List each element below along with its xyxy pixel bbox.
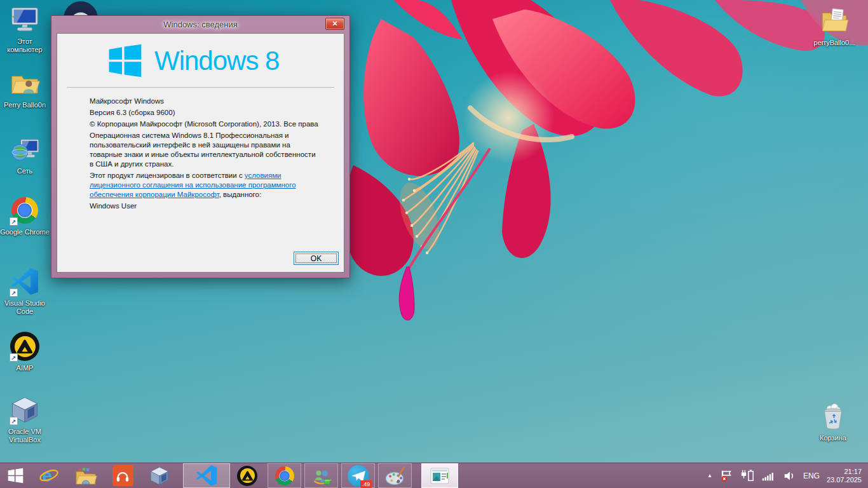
taskbar-paint-button[interactable] [378, 463, 412, 488]
recycle-bin-icon [817, 400, 849, 432]
licensee-name: Windows User [90, 201, 321, 211]
taskbar-clock[interactable]: 21:17 23.07.2025 [827, 468, 862, 484]
taskbar-telegram-button[interactable]: .49 [341, 463, 375, 488]
desktop-icon-label: Этот компьютер [0, 37, 50, 54]
clock-time: 21:17 [827, 468, 862, 476]
start-windows-icon [7, 467, 24, 484]
language-indicator[interactable]: ENG [803, 471, 820, 480]
license-prefix-text: Этот продукт лицензирован в соответствии… [90, 172, 245, 179]
shortcut-arrow-icon: ↗ [10, 288, 18, 297]
headphones-icon [112, 465, 133, 486]
aimp-icon: ↗ [9, 330, 41, 362]
shortcut-arrow-icon: ↗ [10, 417, 18, 425]
about-windows-dialog: Windows: сведения ✕ Windows 8 Майкрософт… [51, 15, 350, 278]
license-suffix-text: , выданного: [219, 191, 262, 198]
taskbar-chrome-button[interactable] [268, 463, 301, 488]
desktop-icon-virtualbox[interactable]: ↗ Oracle VM VirtualBox [0, 394, 50, 444]
taskbar-winver-button[interactable] [421, 463, 458, 488]
shortcut-arrow-icon: ↗ [10, 353, 18, 362]
desktop-icon-google-chrome[interactable]: ↗ Google Chrome [0, 194, 50, 236]
clock-date: 23.07.2025 [827, 476, 862, 484]
internet-explorer-icon: e [38, 465, 60, 487]
desktop: Этот компьютер Perry Ballo0n [0, 0, 868, 488]
shortcut-arrow-icon: ↗ [10, 217, 18, 226]
taskbar-empty-area [458, 463, 707, 488]
volume-speaker-icon[interactable] [782, 469, 796, 483]
desktop-icon-label: Корзина [820, 434, 846, 442]
wallpaper-flower-image [343, 0, 868, 356]
network-signal-icon[interactable] [761, 469, 775, 483]
virtualbox-icon [149, 465, 170, 487]
chrome-icon [275, 466, 294, 485]
user-folder-icon [9, 67, 41, 99]
desktop-icon-perry-balloon-folder[interactable]: Perry Ballo0n [0, 67, 50, 109]
taskbar: e [0, 463, 868, 488]
show-hidden-icons-chevron-icon[interactable]: ▲ [707, 473, 712, 478]
desktop-icon-label: perryBallo0... [814, 39, 855, 47]
this-pc-icon [9, 4, 41, 36]
desktop-icon-label: AIMP [17, 364, 34, 372]
desktop-icon-label: Google Chrome [0, 228, 50, 236]
about-window-icon [430, 468, 449, 484]
taskbar-file-explorer-button[interactable] [67, 463, 104, 488]
about-line-product: Майкрософт Windows [90, 97, 321, 106]
vscode-icon [196, 465, 217, 486]
desktop-icon-vscode[interactable]: ↗ Visual Studio Code [0, 266, 50, 316]
dialog-body: Windows 8 Майкрософт Windows Версия 6.3 … [57, 33, 344, 273]
taskbar-internet-explorer-button[interactable]: e [31, 463, 67, 488]
license-paragraph: Этот продукт лицензирован в соответствии… [90, 171, 321, 200]
about-line-copyright: © Корпорация Майкрософт (Microsoft Corpo… [90, 119, 321, 129]
aimp-icon [237, 466, 257, 486]
paint-icon [384, 466, 406, 486]
desktop-icon-label: Сеть [17, 167, 32, 175]
ok-button[interactable]: OK [294, 252, 339, 265]
windows-flag-logo-icon [107, 43, 143, 79]
desktop-icon-perryballoon-file[interactable]: perryBallo0... [810, 5, 859, 47]
desktop-icon-label: Visual Studio Code [0, 299, 50, 316]
desktop-icon-aimp[interactable]: ↗ AIMP [0, 330, 50, 372]
windows8-logo-text: Windows 8 [154, 46, 279, 76]
taskbar-audio-app-button[interactable] [104, 463, 141, 488]
start-button[interactable] [0, 463, 31, 488]
dialog-title: Windows: сведения [51, 16, 349, 33]
action-center-flag-icon[interactable] [719, 469, 733, 483]
chrome-icon: ↗ [9, 194, 41, 226]
telegram-badge: .49 [360, 480, 372, 488]
system-tray: ▲ [707, 463, 868, 488]
virtualbox-icon: ↗ [9, 394, 41, 426]
power-battery-icon[interactable] [740, 469, 754, 483]
about-line-trademark: Операционная система Windows 8.1 Професс… [90, 131, 321, 169]
vscode-icon: ↗ [9, 266, 41, 297]
file-explorer-icon [74, 465, 97, 487]
desktop-icon-this-pc[interactable]: Этот компьютер [0, 4, 50, 54]
desktop-icon-label: Perry Ballo0n [4, 101, 46, 109]
desktop-icon-network[interactable]: Сеть [0, 133, 50, 175]
desktop-icon-label: Oracle VM VirtualBox [0, 428, 50, 444]
svg-text:e: e [43, 465, 52, 485]
taskbar-people-button[interactable] [304, 463, 338, 488]
folder-with-document-icon [818, 5, 850, 37]
about-line-version: Версия 6.3 (сборка 9600) [90, 108, 321, 118]
separator [67, 87, 334, 88]
desktop-icon-recycle-bin[interactable]: Корзина [808, 400, 858, 442]
close-button[interactable]: ✕ [325, 18, 344, 30]
network-icon [9, 133, 41, 165]
taskbar-vscode-button[interactable] [183, 463, 230, 488]
people-messenger-icon [311, 466, 332, 486]
taskbar-aimp-button[interactable] [230, 463, 264, 488]
taskbar-virtualbox-button[interactable] [141, 463, 178, 488]
